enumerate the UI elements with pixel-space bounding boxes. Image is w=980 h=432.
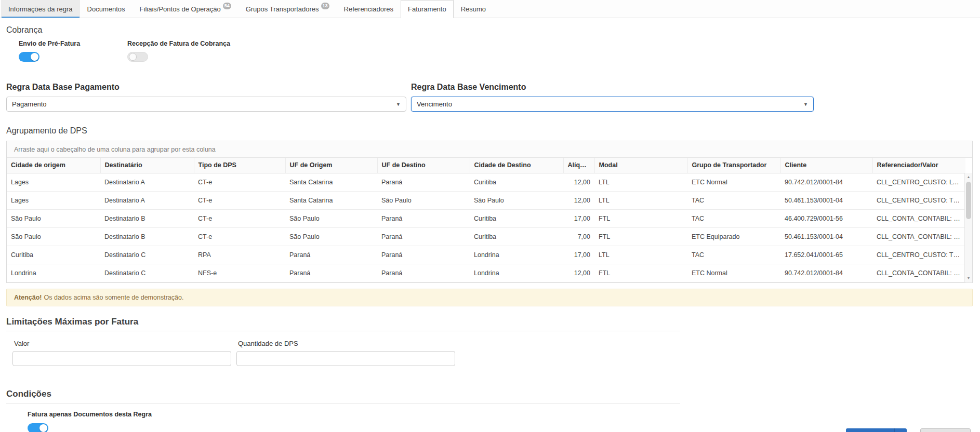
column-header[interactable]: Cidade de origem bbox=[7, 158, 100, 173]
table-cell: ETC Normal bbox=[687, 264, 780, 282]
table-cell: CT-e bbox=[194, 227, 285, 246]
column-header[interactable]: Destinatário bbox=[100, 158, 194, 173]
tab-label: Referenciadores bbox=[344, 5, 393, 13]
valor-input[interactable] bbox=[12, 351, 231, 366]
scroll-up-icon[interactable]: ▲ bbox=[965, 173, 972, 181]
group-panel-text: Arraste aqui o cabeçalho de uma coluna p… bbox=[14, 146, 216, 153]
table-cell: Destinatario B bbox=[100, 227, 194, 246]
table-row[interactable]: CuritibaDestinatario CRPAParanáParanáLon… bbox=[7, 246, 965, 264]
column-header[interactable]: Referenciador/Valor bbox=[872, 158, 965, 173]
column-header[interactable]: Tipo de DPS bbox=[194, 158, 285, 173]
table-cell: Londrina bbox=[7, 264, 100, 282]
save-button[interactable]: Gravar bbox=[846, 428, 894, 432]
table-cell: Paraná bbox=[377, 209, 470, 227]
table-cell: Paraná bbox=[285, 264, 377, 282]
table-cell: RPA bbox=[194, 246, 285, 264]
table-cell: Paraná bbox=[377, 246, 470, 264]
valor-field-group: Valor bbox=[12, 340, 231, 366]
table-cell: TAC bbox=[687, 246, 780, 264]
tab-grupos-transportadores[interactable]: Grupos Transportadores13 bbox=[239, 0, 337, 18]
table-cell: CLL_CENTRO_CUSTO: LTL_DIST bbox=[872, 173, 965, 191]
limitacoes-header: Limitações Máximas por Fatura bbox=[6, 317, 680, 331]
regra-vencimento-value: Vencimento bbox=[417, 100, 452, 108]
table-cell: Lages bbox=[7, 191, 100, 209]
table-row[interactable]: São PauloDestinatario BCT-eSão PauloPara… bbox=[7, 227, 965, 246]
regra-vencimento-title: Regra Data Base Vencimento bbox=[411, 83, 814, 92]
quantidade-dps-input[interactable] bbox=[236, 351, 455, 366]
table-body: LagesDestinatario ACT-eSanta CatarinaPar… bbox=[7, 173, 965, 282]
toggle-knob bbox=[129, 53, 137, 61]
table-cell: CLL_CONTA_CONTABIL: DEPART_A bbox=[872, 264, 965, 282]
tab-documentos[interactable]: Documentos bbox=[80, 0, 133, 18]
pre-fatura-label: Envio de Pré-Fatura bbox=[19, 40, 127, 47]
column-header[interactable]: UF de Destino bbox=[377, 158, 470, 173]
tab-faturamento[interactable]: Faturamento bbox=[401, 0, 454, 18]
tab-label: Documentos bbox=[87, 5, 125, 13]
table-cell: São Paulo bbox=[7, 227, 100, 246]
column-header[interactable]: Modal bbox=[594, 158, 687, 173]
tab-informa-es-da-regra[interactable]: Informações da regra bbox=[1, 0, 80, 18]
fatura-apenas-label: Fatura apenas Documentos desta Regra bbox=[28, 411, 974, 418]
tab-referenciadores[interactable]: Referenciadores bbox=[337, 0, 401, 18]
cancel-button[interactable]: Cancelar bbox=[920, 428, 971, 432]
column-header[interactable]: UF de Origem bbox=[285, 158, 377, 173]
scroll-down-icon[interactable]: ▼ bbox=[965, 274, 972, 282]
table-cell: Destinatario C bbox=[100, 264, 194, 282]
grid-group-panel[interactable]: Arraste aqui o cabeçalho de uma coluna p… bbox=[7, 141, 972, 158]
table-row[interactable]: LagesDestinatario ACT-eSanta CatarinaPar… bbox=[7, 173, 965, 191]
table-cell: Santa Catarina bbox=[285, 191, 377, 209]
table-cell: ETC Equiparado bbox=[687, 227, 780, 246]
tab-badge: 13 bbox=[321, 3, 329, 9]
tab-bar: Informações da regraDocumentosFiliais/Po… bbox=[0, 0, 980, 18]
table-cell: São Paulo bbox=[470, 191, 563, 209]
fatura-apenas-toggle[interactable] bbox=[28, 423, 48, 432]
column-header[interactable]: Grupo de Transportador bbox=[687, 158, 780, 173]
toggle-knob bbox=[39, 424, 47, 432]
save-split-button: Gravar ▲ bbox=[846, 428, 907, 432]
column-header[interactable]: Cidade de Destino bbox=[470, 158, 563, 173]
table-header-row: Cidade de origemDestinatárioTipo de DPSU… bbox=[7, 158, 965, 173]
table-cell: São Paulo bbox=[285, 227, 377, 246]
table-cell: Curitiba bbox=[7, 246, 100, 264]
save-dropdown-button[interactable]: ▲ bbox=[894, 428, 907, 432]
column-header[interactable]: Alíquota bbox=[563, 158, 594, 173]
table-cell: 90.742.012/0001-84 bbox=[780, 173, 872, 191]
regra-pagamento-select[interactable]: Pagamento ▼ bbox=[6, 97, 406, 112]
table-cell: FTL bbox=[594, 264, 687, 282]
limitacoes-title: Limitações Máximas por Fatura bbox=[6, 317, 138, 327]
regra-pagamento-value: Pagamento bbox=[12, 100, 47, 108]
tab-resumo[interactable]: Resumo bbox=[454, 0, 493, 18]
recepcao-fatura-toggle[interactable] bbox=[127, 52, 148, 62]
table-cell: ETC Normal bbox=[687, 173, 780, 191]
tab-badge: 54 bbox=[223, 3, 231, 9]
condicoes-header: Condições bbox=[6, 389, 680, 403]
pre-fatura-group: Envio de Pré-Fatura bbox=[19, 40, 127, 62]
table-cell: Paraná bbox=[377, 173, 470, 191]
table-cell: São Paulo bbox=[377, 191, 470, 209]
regra-vencimento-col: Regra Data Base Vencimento Vencimento ▼ bbox=[411, 83, 814, 112]
scrollbar-thumb[interactable] bbox=[966, 182, 971, 219]
table-cell: TAC bbox=[687, 209, 780, 227]
table-row[interactable]: LondrinaDestinatario CNFS-eParanáParanáL… bbox=[7, 264, 965, 282]
tab-filiais-pontos-de-opera-o[interactable]: Filiais/Pontos de Operação54 bbox=[133, 0, 239, 18]
table-row[interactable]: LagesDestinatario ACT-eSanta CatarinaSão… bbox=[7, 191, 965, 209]
grid-scrollbar[interactable]: ▲ ▼ bbox=[964, 173, 972, 282]
table-cell: Lages bbox=[7, 173, 100, 191]
table-cell: Destinatario A bbox=[100, 173, 194, 191]
dps-table: Cidade de origemDestinatárioTipo de DPSU… bbox=[7, 158, 965, 282]
pre-fatura-toggle[interactable] bbox=[19, 52, 39, 62]
table-cell: Santa Catarina bbox=[285, 173, 377, 191]
table-cell: CT-e bbox=[194, 191, 285, 209]
regras-data-base: Regra Data Base Pagamento Pagamento ▼ Re… bbox=[6, 83, 974, 112]
regra-vencimento-select[interactable]: Vencimento ▼ bbox=[411, 97, 814, 112]
table-cell: FTL bbox=[594, 209, 687, 227]
table-cell: 90.742.012/0001-84 bbox=[780, 264, 872, 282]
table-cell: FTL bbox=[594, 227, 687, 246]
warning-prefix: Atenção! bbox=[14, 294, 42, 301]
table-row[interactable]: São PauloDestinatario BCT-eSão PauloPara… bbox=[7, 209, 965, 227]
table-cell: Londrina bbox=[470, 264, 563, 282]
column-header[interactable]: Cliente bbox=[780, 158, 872, 173]
table-cell: LTL bbox=[594, 246, 687, 264]
action-bar: Gravar ▲ Cancelar bbox=[846, 428, 971, 432]
cobranca-title: Cobrança bbox=[6, 25, 974, 35]
